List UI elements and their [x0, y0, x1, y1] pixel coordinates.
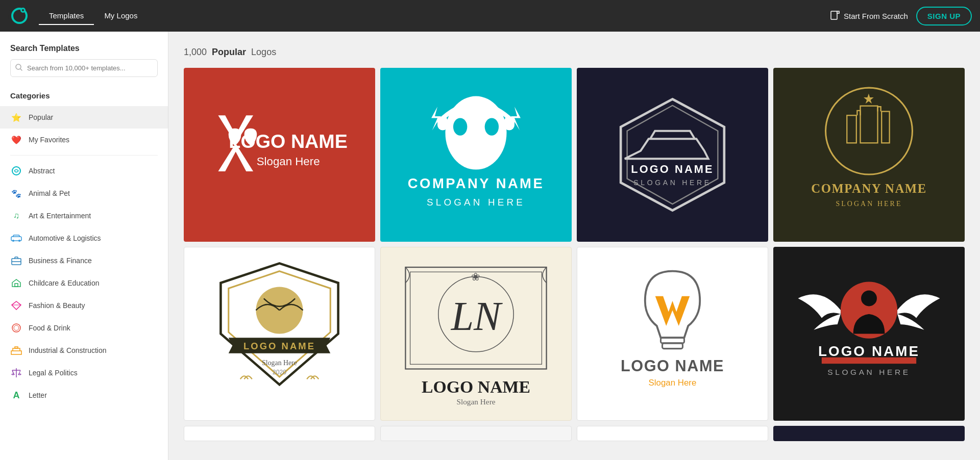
category-name: Popular [212, 47, 246, 57]
svg-text:Slogan Here: Slogan Here [262, 359, 297, 367]
svg-text:Slogan Here: Slogan Here [257, 155, 320, 168]
categories-title: Categories [0, 87, 168, 106]
search-wrapper [10, 59, 158, 77]
svg-marker-39 [621, 99, 724, 210]
svg-point-66 [861, 290, 877, 306]
sidebar-item-animal[interactable]: 🐾 Animal & Pet [0, 182, 168, 205]
sidebar-item-label: My Favorites [29, 136, 69, 144]
svg-rect-19 [11, 351, 21, 354]
svg-point-17 [12, 324, 20, 332]
svg-rect-44 [847, 115, 856, 143]
svg-text:LOGO NAME: LOGO NAME [229, 131, 348, 152]
sidebar-item-label: Animal & Pet [29, 189, 70, 197]
svg-text:COMPANY NAME: COMPANY NAME [408, 175, 544, 191]
star-icon: ⭐ [10, 111, 22, 123]
scales-icon [10, 367, 22, 379]
sidebar-item-label: Art & Entertainment [29, 212, 91, 220]
svg-text:SLOGAN HERE: SLOGAN HERE [836, 200, 902, 208]
svg-marker-47 [864, 94, 874, 104]
sidebar-item-label: Legal & Politics [29, 369, 78, 377]
search-title: Search Templates [10, 44, 158, 53]
svg-text:SLOGAN HERE: SLOGAN HERE [633, 178, 712, 187]
svg-text:❀: ❀ [472, 271, 481, 283]
nav-templates[interactable]: Templates [39, 7, 94, 25]
svg-text:LOGO NAME: LOGO NAME [631, 163, 714, 175]
document-icon [830, 11, 840, 21]
logo-card[interactable]: LOGO NAME Slogan Here 2020 [184, 247, 375, 421]
header: Templates My Logos Start From Scratch SI… [0, 0, 980, 32]
partial-card-2[interactable] [380, 426, 572, 441]
svg-point-8 [12, 167, 20, 175]
svg-text:SLOGAN HERE: SLOGAN HERE [427, 197, 525, 208]
partial-card-3[interactable] [577, 426, 768, 441]
logo-card[interactable]: COMPANY NAME SLOGAN HERE [773, 68, 965, 242]
sidebar-search-section: Search Templates [0, 44, 168, 87]
svg-text:2020: 2020 [273, 369, 286, 376]
svg-point-11 [18, 240, 20, 242]
sidebar-item-favorites[interactable]: ❤️ My Favorites [0, 129, 168, 151]
nav-my-logos[interactable]: My Logos [94, 7, 148, 25]
sidebar-item-label: Automotive & Logistics [29, 234, 101, 242]
sidebar-item-label: Abstract [29, 167, 55, 175]
paw-icon: 🐾 [10, 187, 22, 199]
svg-rect-4 [831, 11, 837, 19]
svg-text:LN: LN [451, 294, 503, 339]
sidebar-item-fashion[interactable]: Fashion & Beauty [0, 294, 168, 317]
app-logo[interactable] [8, 5, 31, 27]
signup-button[interactable]: SIGN UP [916, 7, 972, 25]
sidebar-item-automotive[interactable]: Automotive & Logistics [0, 227, 168, 249]
content-area: 1,000 Popular Logos LOGO [168, 32, 980, 460]
briefcase-icon [10, 254, 22, 267]
sidebar-item-legal[interactable]: Legal & Politics [0, 362, 168, 384]
logos-suffix: Logos [251, 47, 276, 57]
logo-card[interactable]: LOGO NAME SLOGAN HERE [577, 68, 768, 242]
svg-rect-20 [15, 347, 18, 348]
svg-text:Slogan Here: Slogan Here [456, 397, 495, 405]
letter-icon: A [10, 389, 22, 401]
logo-card[interactable]: LOGO NAME SLOGAN HERE [773, 247, 965, 421]
sidebar-item-childcare[interactable]: Childcare & Education [0, 272, 168, 294]
sidebar-item-abstract[interactable]: Abstract [0, 160, 168, 182]
svg-point-31 [453, 118, 467, 135]
sidebar-item-letter[interactable]: A Letter [0, 384, 168, 406]
logo-card[interactable]: LOGO NAME Slogan Here [577, 247, 768, 421]
svg-point-3 [22, 9, 24, 11]
svg-text:Slogan Here: Slogan Here [649, 378, 697, 388]
svg-marker-15 [12, 301, 21, 310]
svg-point-27 [18, 374, 21, 375]
sidebar: Search Templates Categories ⭐ Popular ❤️… [0, 32, 168, 460]
svg-rect-46 [881, 112, 889, 143]
svg-point-10 [12, 240, 14, 242]
start-from-scratch-button[interactable]: Start From Scratch [830, 11, 908, 21]
bottom-partial-row [184, 426, 965, 441]
abstract-icon [10, 165, 22, 177]
sidebar-item-business[interactable]: Business & Finance [0, 249, 168, 272]
sidebar-item-label: Fashion & Beauty [29, 301, 85, 310]
sidebar-item-art[interactable]: ♫ Art & Entertainment [0, 205, 168, 227]
sidebar-item-label: Food & Drink [29, 324, 70, 332]
search-input[interactable] [10, 59, 158, 77]
sidebar-item-industrial[interactable]: Industrial & Construction [0, 339, 168, 362]
partial-card-1[interactable] [184, 426, 375, 441]
logo-card[interactable]: LOGO NAME Slogan Here [184, 68, 375, 242]
header-actions: Start From Scratch SIGN UP [830, 7, 972, 25]
svg-text:LOGO NAME: LOGO NAME [818, 343, 920, 359]
sidebar-item-label: Childcare & Education [29, 279, 100, 287]
sidebar-item-popular[interactable]: ⭐ Popular [0, 106, 168, 129]
sidebar-divider [10, 155, 158, 156]
svg-point-32 [485, 118, 499, 135]
svg-rect-5 [837, 11, 839, 13]
result-count: 1,000 [184, 47, 207, 57]
svg-text:SLOGAN HERE: SLOGAN HERE [827, 368, 911, 376]
logo-card[interactable]: LN ❀ LOGO NAME Slogan Here [380, 247, 572, 421]
car-icon [10, 232, 22, 244]
svg-text:LOGO NAME: LOGO NAME [422, 377, 530, 396]
logo-card[interactable]: COMPANY NAME SLOGAN HERE [380, 68, 572, 242]
svg-line-7 [20, 69, 22, 70]
sidebar-item-food[interactable]: Food & Drink [0, 317, 168, 339]
partial-card-4[interactable] [773, 426, 965, 441]
sidebar-item-label: Popular [29, 113, 53, 121]
svg-point-26 [12, 374, 14, 375]
svg-point-18 [14, 325, 19, 330]
construction-icon [10, 344, 22, 356]
